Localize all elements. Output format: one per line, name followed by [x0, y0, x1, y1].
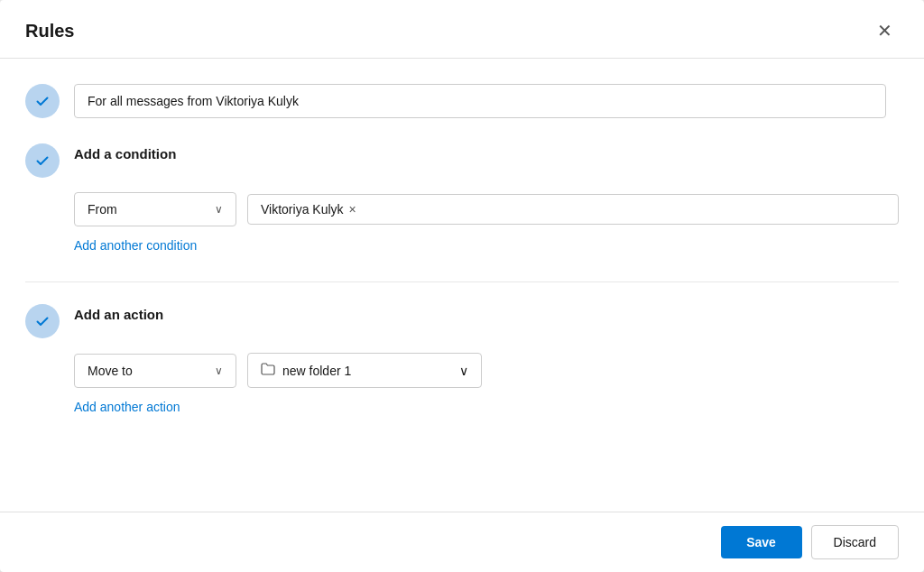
discard-button[interactable]: Discard	[811, 525, 899, 559]
move-to-dropdown[interactable]: Move to ∨	[74, 354, 236, 388]
condition-section: Add a condition From ∨ Viktoriya Kulyk ×…	[25, 143, 899, 260]
move-to-label: Move to	[88, 364, 133, 378]
save-button[interactable]: Save	[721, 526, 802, 558]
dialog-body: Add a condition From ∨ Viktoriya Kulyk ×…	[0, 59, 924, 512]
contact-tag-close-icon[interactable]: ×	[349, 203, 356, 216]
condition-controls-row: From ∨ Viktoriya Kulyk ×	[74, 192, 899, 226]
action-controls-row: Move to ∨ new folder 1 ∨	[74, 353, 899, 388]
add-action-link[interactable]: Add another action	[74, 400, 180, 414]
dialog-footer: Save Discard	[0, 512, 924, 572]
dialog-header: Rules ✕	[0, 0, 924, 59]
summary-check-icon	[25, 84, 60, 118]
section-divider	[25, 281, 899, 282]
from-chevron-icon: ∨	[215, 203, 223, 216]
contact-tag-input[interactable]: Viktoriya Kulyk ×	[247, 194, 899, 225]
summary-row	[25, 84, 899, 118]
move-to-chevron-icon: ∨	[215, 364, 223, 377]
folder-icon	[261, 363, 275, 378]
close-button[interactable]: ✕	[870, 16, 899, 45]
dialog-title: Rules	[25, 21, 74, 42]
action-header-row: Add an action	[25, 304, 899, 338]
add-condition-link[interactable]: Add another condition	[74, 238, 197, 253]
folder-chevron-icon: ∨	[459, 364, 468, 378]
rules-dialog: Rules ✕ Add a condition	[0, 0, 924, 572]
contact-tag-name: Viktoriya Kulyk	[261, 202, 344, 217]
condition-header-row: Add a condition	[25, 143, 899, 178]
contact-tag: Viktoriya Kulyk ×	[261, 202, 356, 217]
action-check-icon	[25, 304, 60, 338]
from-label: From	[88, 202, 117, 217]
folder-dropdown[interactable]: new folder 1 ∨	[247, 353, 482, 388]
action-section-title: Add an action	[74, 307, 163, 322]
condition-check-icon	[25, 143, 60, 178]
folder-content: new folder 1	[261, 363, 459, 378]
condition-section-title: Add a condition	[74, 146, 176, 161]
folder-name: new folder 1	[282, 364, 351, 378]
action-section: Add an action Move to ∨ new folder 1	[25, 304, 899, 421]
summary-input[interactable]	[74, 84, 886, 118]
from-dropdown[interactable]: From ∨	[74, 192, 236, 226]
